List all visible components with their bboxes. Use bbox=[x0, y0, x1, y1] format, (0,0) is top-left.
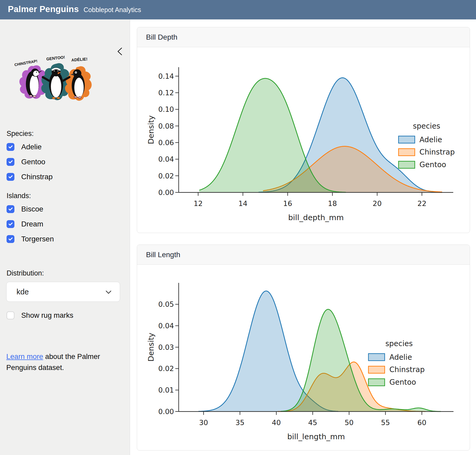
bill-depth-chart: 1214161820220.000.020.040.060.080.100.12… bbox=[137, 47, 470, 233]
svg-text:40: 40 bbox=[272, 419, 281, 427]
app-header: Palmer Penguins Cobblepot Analytics bbox=[0, 0, 476, 19]
svg-text:0.02: 0.02 bbox=[158, 172, 174, 180]
chinstrap-splash-label: CHINSTRAP! bbox=[14, 59, 38, 67]
checkbox-box bbox=[7, 158, 14, 166]
check-icon bbox=[8, 221, 13, 227]
sidebar: CHINSTRAP! GENTOO! ADÉLIE! Species: Adel… bbox=[0, 19, 130, 455]
checkbox-box bbox=[7, 205, 14, 213]
checkbox-box bbox=[7, 173, 14, 181]
distribution-select-value: kde bbox=[17, 288, 29, 296]
svg-text:Gentoo: Gentoo bbox=[419, 160, 446, 169]
svg-text:0.00: 0.00 bbox=[158, 408, 174, 416]
svg-text:0.01: 0.01 bbox=[158, 386, 174, 394]
sidebar-checkbox-biscoe[interactable]: Biscoe bbox=[7, 205, 54, 213]
gentoo-splash-label: GENTOO! bbox=[46, 55, 65, 61]
bill-length-chart: 303540455055600.000.010.020.030.040.05bi… bbox=[137, 265, 470, 450]
svg-text:0.08: 0.08 bbox=[158, 122, 174, 130]
bill-length-card-title: Bill Length bbox=[137, 245, 470, 265]
svg-text:Adelie: Adelie bbox=[390, 353, 412, 362]
svg-text:0.04: 0.04 bbox=[158, 155, 174, 163]
bill-length-card: Bill Length 303540455055600.000.010.020.… bbox=[137, 245, 470, 451]
check-icon bbox=[8, 144, 13, 150]
sidebar-checkbox-dream[interactable]: Dream bbox=[7, 220, 54, 228]
svg-text:20: 20 bbox=[373, 199, 382, 208]
svg-text:0.02: 0.02 bbox=[158, 364, 174, 373]
svg-text:30: 30 bbox=[199, 419, 208, 427]
checkbox-label: Torgersen bbox=[21, 235, 54, 243]
svg-text:0.12: 0.12 bbox=[158, 89, 174, 97]
svg-text:bill_length_mm: bill_length_mm bbox=[287, 432, 345, 441]
svg-text:0.10: 0.10 bbox=[158, 105, 174, 113]
checkbox-box bbox=[7, 235, 14, 243]
svg-text:35: 35 bbox=[235, 419, 244, 427]
svg-text:22: 22 bbox=[418, 199, 426, 208]
svg-text:0.05: 0.05 bbox=[158, 300, 174, 308]
svg-text:60: 60 bbox=[417, 419, 426, 427]
learn-more-text: Learn more about the Palmer Penguins dat… bbox=[6, 351, 126, 373]
svg-text:species: species bbox=[385, 339, 413, 348]
penguin-artwork: CHINSTRAP! GENTOO! ADÉLIE! bbox=[13, 53, 96, 103]
svg-text:45: 45 bbox=[308, 419, 317, 427]
check-icon bbox=[8, 206, 13, 212]
svg-text:0.06: 0.06 bbox=[158, 139, 174, 147]
learn-more-link[interactable]: Learn more bbox=[6, 352, 43, 361]
svg-text:Adelie: Adelie bbox=[419, 135, 442, 144]
check-icon bbox=[8, 159, 13, 165]
checkbox-box bbox=[7, 220, 14, 228]
svg-text:18: 18 bbox=[328, 199, 337, 208]
distribution-label: Distribution: bbox=[7, 269, 44, 277]
svg-text:12: 12 bbox=[194, 199, 203, 208]
svg-text:Density: Density bbox=[147, 333, 155, 362]
sidebar-checkbox-torgersen[interactable]: Torgersen bbox=[7, 235, 54, 243]
app-root: Palmer Penguins Cobblepot Analytics bbox=[0, 0, 476, 455]
svg-text:0.03: 0.03 bbox=[158, 343, 174, 351]
svg-text:bill_depth_mm: bill_depth_mm bbox=[288, 213, 344, 222]
sidebar-checkbox-chinstrap[interactable]: Chinstrap bbox=[7, 173, 53, 181]
svg-text:Chinstrap: Chinstrap bbox=[390, 366, 425, 374]
species-group-label: Species: bbox=[7, 130, 34, 138]
svg-text:0.14: 0.14 bbox=[158, 72, 174, 80]
svg-text:Chinstrap: Chinstrap bbox=[419, 148, 455, 157]
sidebar-checkbox-adelie[interactable]: Adelie bbox=[7, 143, 53, 151]
distribution-select[interactable]: kde bbox=[6, 282, 120, 302]
islands-checkbox-group: Biscoe Dream Torgersen bbox=[7, 205, 54, 250]
svg-text:Density: Density bbox=[147, 115, 155, 144]
svg-text:55: 55 bbox=[381, 419, 390, 427]
checkbox-label: Biscoe bbox=[21, 205, 43, 213]
checkbox-label: Gentoo bbox=[21, 158, 45, 166]
check-icon bbox=[8, 236, 13, 242]
bill-depth-card: Bill Depth 1214161820220.000.020.040.060… bbox=[137, 27, 470, 233]
sidebar-checkbox-gentoo[interactable]: Gentoo bbox=[7, 158, 53, 166]
chevron-down-icon bbox=[105, 288, 112, 296]
app-title: Palmer Penguins bbox=[8, 4, 79, 14]
checkbox-box bbox=[7, 143, 14, 151]
svg-text:14: 14 bbox=[239, 199, 247, 208]
svg-text:0.04: 0.04 bbox=[158, 322, 174, 330]
svg-text:0.00: 0.00 bbox=[158, 188, 174, 197]
svg-text:Gentoo: Gentoo bbox=[390, 378, 416, 387]
rug-checkbox-label: Show rug marks bbox=[21, 311, 73, 320]
checkbox-box-unchecked bbox=[7, 311, 14, 319]
checkbox-label: Chinstrap bbox=[21, 173, 53, 181]
checkbox-label: Dream bbox=[21, 220, 43, 228]
show-rug-marks-checkbox[interactable]: Show rug marks bbox=[7, 311, 73, 320]
checkbox-label: Adelie bbox=[21, 143, 42, 151]
islands-group-label: Islands: bbox=[7, 192, 31, 200]
sidebar-collapse-button[interactable] bbox=[114, 45, 126, 58]
svg-text:16: 16 bbox=[283, 199, 292, 208]
bill-depth-card-title: Bill Depth bbox=[137, 27, 470, 47]
svg-text:species: species bbox=[413, 122, 440, 130]
adelie-splash-label: ADÉLIE! bbox=[71, 57, 88, 62]
species-checkbox-group: Adelie Gentoo Chinstrap bbox=[7, 143, 53, 188]
check-icon bbox=[8, 174, 13, 179]
chevron-left-icon bbox=[116, 54, 125, 58]
svg-text:50: 50 bbox=[345, 419, 354, 427]
app-subtitle: Cobblepot Analytics bbox=[84, 6, 141, 14]
